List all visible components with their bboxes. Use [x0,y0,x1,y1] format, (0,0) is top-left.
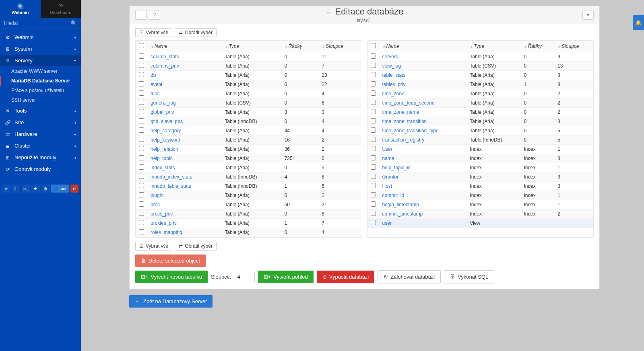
row-checkbox[interactable] [371,100,376,105]
table-name-link[interactable]: table_stats [379,71,467,80]
columns-input[interactable] [235,272,255,282]
row-checkbox[interactable] [139,109,144,114]
subnav-item[interactable]: MariaDB Database Server [0,76,81,86]
row-checkbox[interactable] [371,201,376,207]
row-checkbox[interactable] [371,137,376,142]
table-name-link[interactable]: time_zone_transition_type [379,126,467,135]
invert-selection-button[interactable]: ⇄Obrátit výběr [175,28,217,37]
back-to-server-button[interactable]: ← Zpět na Databazový Server [129,295,213,308]
row-checkbox[interactable] [139,229,144,234]
row-checkbox[interactable] [139,211,144,216]
create-table-button[interactable]: ⊞+Vytvořit novou tabulku [135,271,208,283]
table-name-link[interactable]: func [147,89,221,99]
notifications-button[interactable]: 🔔 [633,15,644,30]
row-checkbox[interactable] [139,183,144,188]
col-type[interactable]: ◂▸Type [466,41,520,52]
table-name-link[interactable]: help_topic_id [379,163,467,172]
logout-icon[interactable]: ↩ [70,185,78,193]
nav-item[interactable]: ≡Servery▾ [0,55,81,66]
drop-database-button[interactable]: ⊖Vypustit databázi [317,271,375,283]
nav-item[interactable]: ⟳Obnovit moduly [0,163,81,175]
table-name-link[interactable]: user [379,219,467,228]
row-checkbox[interactable] [139,100,144,105]
col-name[interactable]: ◂▸Name [379,41,467,52]
table-name-link[interactable]: innodb_index_stats [147,172,221,182]
table-name-link[interactable]: general_log [147,99,221,108]
col-cols[interactable]: ◂▸Sloupce [318,41,361,52]
row-checkbox[interactable] [371,146,376,151]
row-checkbox[interactable] [371,118,376,123]
row-checkbox[interactable] [371,127,376,133]
user-badge[interactable]: 👤root [51,185,69,193]
row-checkbox[interactable] [371,63,376,68]
col-rows[interactable]: ◂▸Řádky [520,41,554,52]
col-rows[interactable]: ◂▸Řádky [281,41,319,52]
create-view-button[interactable]: ⊞+Vytvořit pohled [258,271,314,283]
table-name-link[interactable]: time_zone [379,89,467,99]
table-name-link[interactable]: time_zone_transition [379,117,467,126]
night-icon[interactable]: ☾ [12,185,20,193]
filter-button[interactable]: ▼ [582,10,594,20]
tab-webmin[interactable]: Webmin [0,0,41,18]
nav-item[interactable]: ✕Tools◂ [0,105,81,117]
table-name-link[interactable]: begin_timestamp [379,200,467,209]
table-name-link[interactable]: help_category [147,126,221,135]
table-name-link[interactable]: plugin [147,191,221,200]
row-checkbox[interactable] [139,81,144,86]
table-name-link[interactable]: innodb_table_stats [147,182,221,191]
row-checkbox[interactable] [371,164,376,170]
terminal-icon[interactable]: >_ [22,185,30,193]
row-checkbox[interactable] [139,155,144,160]
subnav-item[interactable]: Apache WWW server [0,66,81,76]
table-name-link[interactable]: event [147,80,221,89]
table-name-link[interactable]: help_topic [147,154,221,163]
invert-selection-button-bottom[interactable]: ⇄Obrátit výběr [175,242,217,250]
row-checkbox[interactable] [371,109,376,114]
row-checkbox[interactable] [371,192,376,197]
row-checkbox[interactable] [371,174,376,179]
row-checkbox[interactable] [139,90,144,96]
row-checkbox[interactable] [139,63,144,68]
search-icon[interactable]: 🔍 [70,20,77,26]
row-checkbox[interactable] [139,72,144,77]
row-checkbox[interactable] [371,81,376,86]
table-name-link[interactable]: tables_priv [379,80,467,89]
table-name-link[interactable]: transaction_registry [379,135,467,145]
row-checkbox[interactable] [371,53,376,59]
table-name-link[interactable]: db [147,71,221,80]
table-name-link[interactable]: index_stats [147,163,221,172]
nav-item[interactable]: 🔗Sítě◂ [0,117,81,128]
row-checkbox[interactable] [139,164,144,170]
help-button[interactable]: ? [149,10,160,20]
row-checkbox[interactable] [139,53,144,59]
row-checkbox[interactable] [139,174,144,179]
expand-icon[interactable]: ⇤ [2,185,10,193]
table-name-link[interactable]: Grantor [379,172,467,182]
table-name-link[interactable]: gtid_slave_pos [147,117,221,126]
table-name-link[interactable]: help_keyword [147,135,221,145]
table-name-link[interactable]: slow_log [379,62,467,71]
delete-selected-button[interactable]: 🗑Delete selected object [135,255,206,267]
row-checkbox[interactable] [139,118,144,123]
col-type[interactable]: ◂▸Type [221,41,281,52]
table-name-link[interactable]: commit_id [379,191,467,200]
row-checkbox[interactable] [371,211,376,216]
row-checkbox[interactable] [371,90,376,96]
row-checkbox[interactable] [371,155,376,160]
table-name-link[interactable]: columns_priv [147,62,221,71]
star-icon[interactable]: ★ [31,185,39,193]
row-checkbox[interactable] [371,183,376,188]
tab-dashboard[interactable]: Dashboard [41,0,81,18]
table-name-link[interactable]: proxies_priv [147,219,221,228]
table-name-link[interactable]: User [379,145,467,154]
row-checkbox[interactable] [139,192,144,197]
select-all-button-bottom[interactable]: ☑Vybrat vše [135,242,172,250]
row-checkbox[interactable] [371,72,376,77]
row-checkbox[interactable] [139,220,144,225]
globe-icon[interactable]: ⊕ [41,185,50,193]
table-name-link[interactable]: servers [379,52,467,62]
backup-database-button[interactable]: ↻Zálohovat databázi [378,270,441,283]
table-name-link[interactable]: proc [147,200,221,209]
nav-item[interactable]: ≣Cluster◂ [0,140,81,152]
search-input[interactable] [4,21,70,26]
